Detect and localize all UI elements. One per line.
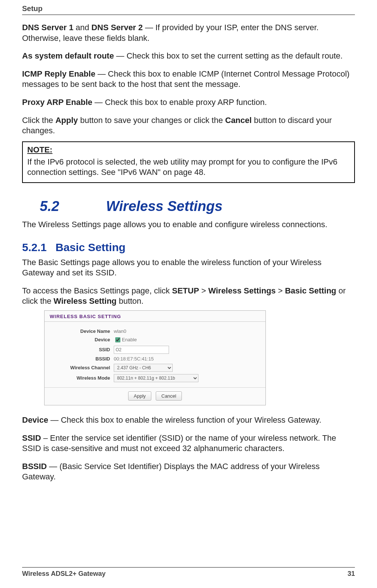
text: Click the — [22, 116, 55, 125]
header-rule — [22, 14, 355, 15]
section-5-2-heading: 5.2Wireless Settings — [40, 198, 355, 214]
footer-left: Wireless ADSL2+ Gateway — [22, 570, 106, 578]
section-title: Wireless Settings — [106, 198, 222, 214]
paragraph-ssid: SSID – Enter the service set identifier … — [22, 433, 355, 454]
dns-server-2-label: DNS Server 2 — [91, 23, 142, 32]
footer-rule — [22, 567, 355, 568]
text: – Enter the service set identifier (SSID… — [22, 433, 336, 453]
apply-text: Apply — [55, 116, 78, 125]
paragraph-dns: DNS Server 1 and DNS Server 2 — If provi… — [22, 22, 355, 43]
cancel-button[interactable]: Cancel — [156, 391, 182, 401]
note-body: If the IPv6 protocol is selected, the we… — [27, 157, 350, 178]
dns-server-1-label: DNS Server 1 — [22, 23, 73, 32]
wireless-basic-setting-panel: WIRELESS BASIC SETTING Device Name wlan0… — [44, 310, 266, 405]
device-name-value: wlan0 — [114, 328, 126, 334]
ssid-input[interactable] — [114, 346, 169, 354]
page-footer: Wireless ADSL2+ Gateway 31 — [22, 567, 355, 578]
wireless-setting-button-text: Wireless Setting — [54, 296, 117, 306]
subsection-title: Basic Setting — [56, 241, 126, 253]
note-box: NOTE: If the IPv6 protocol is selected, … — [22, 141, 355, 183]
default-route-label: As system default route — [22, 51, 114, 60]
text: — Check this box to set the current sett… — [114, 51, 342, 60]
device-enable-text: Enable — [122, 337, 137, 342]
device-label: Device — [51, 337, 114, 342]
section-number: 5.2 — [40, 198, 106, 214]
section-5-2-1-p1: The Basic Settings page allows you to en… — [22, 257, 355, 278]
bssid-label: BSSID — [51, 356, 114, 362]
panel-title: WIRELESS BASIC SETTING — [45, 311, 265, 321]
breadcrumb-basic-setting: Basic Setting — [285, 286, 336, 295]
breadcrumb-wireless-settings: Wireless Settings — [208, 286, 276, 295]
text: — (Basic Service Set Identifier) Display… — [22, 462, 320, 482]
ssid-bold: SSID — [22, 433, 41, 443]
paragraph-apply-cancel: Click the Apply button to save your chan… — [22, 115, 355, 136]
subsection-number: 5.2.1 — [22, 241, 47, 254]
section-5-2-1-heading: 5.2.1Basic Setting — [22, 241, 355, 254]
paragraph-bssid: BSSID — (Basic Service Set Identifier) D… — [22, 461, 355, 482]
section-5-2-intro: The Wireless Settings page allows you to… — [22, 219, 355, 230]
breadcrumb-setup: SETUP — [172, 286, 199, 295]
page-header: Setup — [22, 4, 355, 14]
wireless-mode-label: Wireless Mode — [51, 375, 114, 381]
device-bold: Device — [22, 415, 48, 425]
text: and — [73, 23, 91, 32]
icmp-reply-label: ICMP Reply Enable — [22, 69, 95, 78]
proxy-arp-label: Proxy ARP Enable — [22, 98, 92, 107]
text: button. — [117, 296, 144, 306]
text: — Check this box to enable the wireless … — [48, 415, 321, 425]
paragraph-icmp: ICMP Reply Enable — Check this box to en… — [22, 69, 355, 90]
paragraph-default-route: As system default route — Check this box… — [22, 51, 355, 61]
bssid-value: 00:18:E7:5C:41:15 — [114, 356, 154, 362]
bssid-bold: BSSID — [22, 462, 47, 471]
text: — Check this box to enable proxy ARP fun… — [92, 98, 267, 107]
ssid-label: SSID — [51, 347, 114, 352]
paragraph-device: Device — Check this box to enable the wi… — [22, 415, 355, 426]
page-number: 31 — [348, 570, 355, 578]
note-title: NOTE: — [27, 145, 350, 155]
device-name-label: Device Name — [51, 328, 114, 334]
text: > — [199, 286, 208, 295]
apply-button[interactable]: Apply — [128, 391, 151, 401]
wireless-channel-select[interactable]: 2.437 GHz - CH6 — [114, 364, 173, 372]
text: To access the Basics Settings page, clic… — [22, 286, 172, 295]
paragraph-proxy-arp: Proxy ARP Enable — Check this box to ena… — [22, 97, 355, 108]
wireless-channel-label: Wireless Channel — [51, 365, 114, 370]
wireless-mode-select[interactable]: 802.11n + 802.11g + 802.11b — [114, 374, 198, 382]
text: > — [276, 286, 285, 295]
cancel-text: Cancel — [225, 116, 252, 125]
device-enable-checkbox[interactable] — [115, 337, 120, 342]
text: button to save your changes or click the — [78, 116, 225, 125]
section-5-2-1-p2: To access the Basics Settings page, clic… — [22, 286, 355, 307]
